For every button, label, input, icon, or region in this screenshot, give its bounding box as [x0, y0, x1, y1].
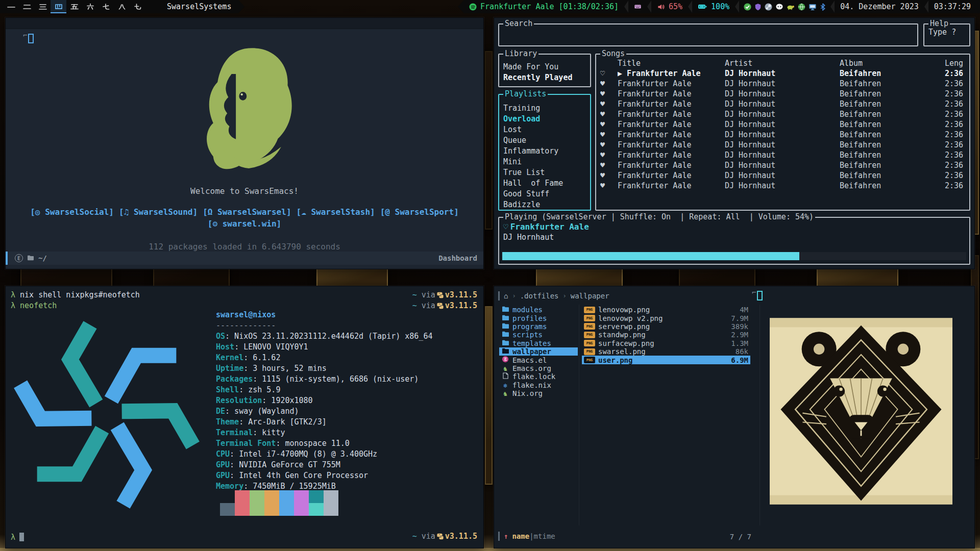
file-entry-programs[interactable]: programs — [499, 322, 578, 331]
heart-filled-icon[interactable]: ♥ — [600, 140, 605, 149]
heart-filled-icon[interactable]: ♥ — [600, 120, 605, 129]
file-manager-window[interactable]: ⌂ › .dotfiles › wallpaper ⌐ modulesprofi… — [494, 286, 975, 548]
file-entry-emacs.el[interactable]: Emacs.el — [499, 356, 578, 364]
heart-filled-icon[interactable]: ♥ — [600, 161, 605, 170]
playlist-item-training[interactable]: Training — [503, 103, 590, 114]
breadcrumb-segment-wallpaper[interactable]: wallpaper — [571, 292, 609, 300]
dashboard-button-swarselsport[interactable]: [@ SwarselSport] — [380, 207, 459, 217]
tray-icon-discord[interactable] — [775, 3, 783, 10]
sort-alt-field[interactable]: mtime — [534, 532, 555, 540]
file-entry-surfacewp.png[interactable]: PNGsurfacewp.png1.3M — [582, 339, 750, 347]
song-row[interactable]: ♥Frankfurter AaleDJ HornhautBeifahren2:3… — [596, 130, 969, 140]
file-entry-wallpaper[interactable]: wallpaper — [499, 347, 578, 356]
song-row[interactable]: ♥Frankfurter AaleDJ HornhautBeifahren2:3… — [596, 161, 969, 171]
song-row[interactable]: ♡▶ Frankfurter AaleDJ HornhautBeifahren2… — [596, 69, 969, 79]
dashboard-button-swarsel-win[interactable]: [⚙ swarsel.win] — [208, 219, 282, 229]
playlist-item-mini[interactable]: Mini — [503, 157, 590, 167]
file-entry-nix.org[interactable]: ♞Nix.org — [499, 389, 578, 397]
workspace-button-4[interactable] — [51, 0, 66, 13]
song-row[interactable]: ♥Frankfurter AaleDJ HornhautBeifahren2:3… — [596, 151, 969, 161]
heart-filled-icon[interactable]: ♥ — [600, 79, 605, 88]
playlist-item-badizzle[interactable]: Badizzle — [503, 199, 590, 210]
library-item-recently-played[interactable]: Recently Played — [503, 72, 590, 83]
file-entry-flake.nix[interactable]: ❄flake.nix — [499, 381, 578, 389]
file-entry-profiles[interactable]: profiles — [499, 314, 578, 322]
song-row[interactable]: ♥Frankfurter AaleDJ HornhautBeifahren2:3… — [596, 89, 969, 99]
file-entry-emacs.org[interactable]: ♞Emacs.org — [499, 364, 578, 372]
volume-module[interactable]: 65% — [652, 0, 688, 13]
heart-icon[interactable]: ♡ — [503, 222, 508, 232]
file-entry-user.png[interactable]: PNGuser.png6.9M — [582, 356, 750, 364]
spotify-module[interactable]: Frankfurter Aale [01:38/02:36] — [464, 0, 624, 13]
playlist-item-true-list[interactable]: True List — [503, 167, 590, 178]
heart-filled-icon[interactable]: ♥ — [600, 130, 605, 139]
heart-filled-icon[interactable]: ♥ — [600, 151, 605, 160]
playlist-item-overload[interactable]: Overload — [503, 114, 590, 124]
workspace-button-3[interactable] — [35, 0, 51, 13]
heart-filled-icon[interactable]: ♥ — [600, 99, 605, 109]
file-entry-swarsel.png[interactable]: PNGswarsel.png86k — [582, 347, 750, 356]
song-row[interactable]: ♥Frankfurter AaleDJ HornhautBeifahren2:3… — [596, 181, 969, 191]
song-row[interactable]: ♥Frankfurter AaleDJ HornhautBeifahren2:3… — [596, 79, 969, 89]
library-item-made-for-you[interactable]: Made For You — [503, 62, 590, 72]
heart-outline-icon[interactable]: ♡ — [600, 69, 605, 78]
clock-module[interactable]: 03:37:29 — [929, 0, 976, 13]
song-album: Beifahren — [840, 69, 881, 78]
tray-icon-syncthing-check[interactable] — [744, 3, 751, 11]
png-file-icon: PNG — [584, 307, 595, 313]
dashboard-button-swarselsocial[interactable]: [◎ SwarselSocial] — [30, 207, 114, 217]
workspace-button-9[interactable] — [130, 0, 145, 13]
sort-ascending-icon[interactable]: ↑ — [504, 532, 508, 540]
workspace-button-5[interactable] — [66, 0, 82, 13]
keyboard-module[interactable] — [629, 0, 647, 13]
song-row[interactable]: ♥Frankfurter AaleDJ HornhautBeifahren2:3… — [596, 99, 969, 110]
playlist-item-queue[interactable]: Queue — [503, 135, 590, 146]
dashboard-button-swarselsound[interactable]: [♫ SwarselSound] — [119, 207, 198, 217]
file-entry-templates[interactable]: templates — [499, 339, 578, 347]
heart-filled-icon[interactable]: ♥ — [600, 110, 605, 119]
date-module[interactable]: 04. Dezember 2023 — [835, 0, 924, 13]
workspace-button-6[interactable] — [82, 0, 98, 13]
file-entry-scripts[interactable]: scripts — [499, 331, 578, 339]
neofetch-entry-terminal: Terminal: kitty — [216, 428, 432, 438]
song-row[interactable]: ♥Frankfurter AaleDJ HornhautBeifahren2:3… — [596, 110, 969, 120]
tray-icon-shield[interactable] — [754, 3, 762, 11]
prompt-line-current[interactable]: λ — [11, 533, 24, 542]
file-entry-modules[interactable]: modules — [499, 306, 578, 314]
tray-icon-turtle[interactable] — [787, 4, 795, 10]
tray-icon-steam[interactable] — [765, 3, 772, 11]
terminal-window[interactable]: λ nix shell nixpkgs#neofetch ~ viav3.11.… — [5, 286, 484, 548]
dashboard-button-swarselstash[interactable]: [☁ SwarselStash] — [297, 207, 375, 217]
breadcrumb-segment-dotfiles[interactable]: .dotfiles — [520, 292, 559, 300]
tray-icon-remote-desktop[interactable] — [808, 3, 817, 11]
heart-filled-icon[interactable]: ♥ — [600, 89, 605, 98]
battery-module[interactable]: 100% — [693, 0, 734, 13]
file-entry-lenovowp_v2.png[interactable]: PNGlenovowp_v2.png7.9M — [582, 314, 750, 322]
song-row[interactable]: ♥Frankfurter AaleDJ HornhautBeifahren2:3… — [596, 171, 969, 181]
workspace-button-8[interactable] — [114, 0, 130, 13]
song-row[interactable]: ♥Frankfurter AaleDJ HornhautBeifahren2:3… — [596, 120, 969, 130]
tray-icon-network-globe[interactable] — [798, 3, 805, 11]
music-player-window[interactable]: Search Help Type ? Library Made For YouR… — [494, 17, 975, 269]
song-row[interactable]: ♥Frankfurter AaleDJ HornhautBeifahren2:3… — [596, 140, 969, 151]
dashboard-button-swarselswarsel[interactable]: [Ω SwarselSwarsel] — [203, 207, 291, 217]
home-icon[interactable]: ⌂ — [504, 292, 508, 300]
seek-bar[interactable] — [502, 252, 966, 260]
file-entry-standwp.png[interactable]: PNGstandwp.png2.9M — [582, 331, 750, 339]
workspace-button-1[interactable] — [3, 0, 19, 13]
tray-icon-bluetooth[interactable] — [820, 3, 826, 11]
playlist-item-good-stuff[interactable]: Good Stuff — [503, 189, 590, 199]
search-box[interactable]: Search — [498, 23, 918, 46]
workspace-button-7[interactable] — [98, 0, 114, 13]
playlist-item-lost[interactable]: Lost — [503, 124, 590, 135]
heart-filled-icon[interactable]: ♥ — [600, 171, 605, 180]
file-entry-lenovowp.png[interactable]: PNGlenovowp.png4M — [582, 306, 750, 314]
file-entry-serverwp.png[interactable]: PNGserverwp.png389k — [582, 322, 750, 331]
heart-filled-icon[interactable]: ♥ — [600, 181, 605, 190]
playlist-item-hall-of-fame[interactable]: Hall of Fame — [503, 178, 590, 189]
workspace-button-2[interactable] — [19, 0, 35, 13]
sort-field[interactable]: name — [512, 532, 529, 540]
file-entry-flake.lock[interactable]: flake.lock — [499, 372, 578, 381]
emacs-window[interactable]: ⌐ Welcome to SwarsEmacs! [◎ SwarselSocia… — [5, 17, 484, 269]
playlist-item-inflammatory[interactable]: Inflammatory — [503, 146, 590, 157]
